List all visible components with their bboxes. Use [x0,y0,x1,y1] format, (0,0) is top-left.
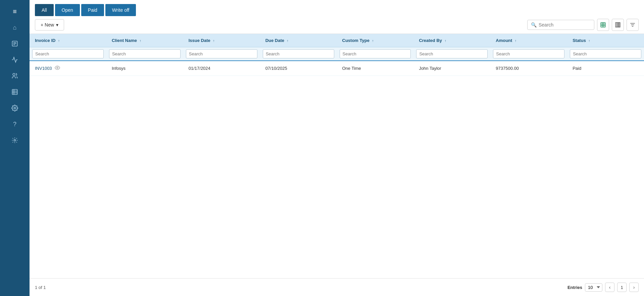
tab-writeoff[interactable]: Write off [105,4,136,16]
filter-button[interactable] [627,19,639,31]
sort-invoice-id-icon: ↑ [58,39,60,43]
search-invoice-id[interactable] [32,49,104,58]
search-icon: 🔍 [531,22,537,28]
chart-icon[interactable] [7,52,22,67]
sort-due-date-icon: ↑ [287,39,289,43]
svg-rect-16 [615,22,617,27]
search-cell-created-by [413,47,490,61]
search-amount[interactable] [493,49,564,58]
svg-rect-5 [12,90,17,95]
svg-point-4 [13,73,15,76]
sort-issue-date-icon: ↑ [213,39,214,43]
search-client-name[interactable] [109,49,181,58]
cell-invoice-id: INV1003 [30,61,106,76]
col-issue-date[interactable]: Issue Date ↑ [183,34,260,47]
cell-amount: 9737500.00 [490,61,567,76]
tab-open[interactable]: Open [55,4,80,16]
table-search-row [30,47,644,61]
toolbar: + New ▾ 🔍 [30,16,644,34]
sort-status-icon: ↑ [588,39,590,43]
plugin-icon[interactable] [7,133,22,148]
page-info: 1 of 1 [35,285,46,290]
search-cell-issue-date [183,47,260,61]
search-cell-due-date [260,47,337,61]
entries-label: Entries [567,285,582,290]
sidebar: ≡ ⌂ ? [0,0,30,296]
invoice-icon[interactable] [7,36,22,51]
search-cell-amount [490,47,567,61]
cell-due-date: 07/10/2025 [260,61,337,76]
table-container: Invoice ID ↑ Client Name ↑ Issue Date ↑ … [30,34,644,278]
search-custom-type[interactable] [340,49,411,58]
entries-select[interactable]: 10 25 50 100 [585,283,602,292]
table-body: INV1003 Infosys 01/17/2024 07/10/2025 On… [30,61,644,76]
sort-amount-icon: ↑ [515,39,516,43]
new-button[interactable]: + New ▾ [35,19,64,31]
invoice-id-link[interactable]: INV1003 [35,66,52,71]
global-search-box[interactable]: 🔍 [527,20,594,30]
sort-client-name-icon: ↑ [140,39,141,43]
toolbar-left: + New ▾ [35,19,64,31]
search-issue-date[interactable] [186,49,257,58]
pagination-right: Entries 10 25 50 100 ‹ 1 › [567,283,639,292]
pagination-bar: 1 of 1 Entries 10 25 50 100 ‹ 1 › [30,278,644,296]
home-icon[interactable]: ⌂ [7,20,22,35]
invoices-table: Invoice ID ↑ Client Name ↑ Issue Date ↑ … [30,34,644,76]
users-icon[interactable] [7,68,22,83]
col-due-date[interactable]: Due Date ↑ [260,34,337,47]
search-cell-custom-type [337,47,414,61]
menu-icon[interactable]: ≡ [7,4,22,19]
tabs-bar: All Open Paid Write off [30,0,644,16]
cell-created-by: John Taylor [413,61,490,76]
table-header-row: Invoice ID ↑ Client Name ↑ Issue Date ↑ … [30,34,644,47]
col-status[interactable]: Status ↑ [567,34,644,47]
columns-toggle-button[interactable] [612,19,624,31]
new-dropdown-icon: ▾ [56,22,58,28]
svg-point-9 [14,107,16,109]
table-icon[interactable] [7,85,22,99]
svg-rect-17 [617,22,619,27]
settings-icon[interactable] [7,101,22,115]
next-page-button[interactable]: › [629,283,639,292]
search-due-date[interactable] [263,49,334,58]
cell-custom-type: One Time [337,61,414,76]
prev-page-button[interactable]: ‹ [605,283,614,292]
tab-paid[interactable]: Paid [81,4,104,16]
current-page-number: 1 [617,283,627,292]
main-content: All Open Paid Write off + New ▾ 🔍 [30,0,644,296]
toolbar-right: 🔍 [527,19,639,31]
eye-icon[interactable] [55,65,60,71]
col-custom-type[interactable]: Custom Type ↑ [337,34,414,47]
search-cell-client-name [106,47,183,61]
search-status[interactable] [570,49,641,58]
col-created-by[interactable]: Created By ↑ [413,34,490,47]
search-cell-invoice-id [30,47,106,61]
col-amount[interactable]: Amount ↑ [490,34,567,47]
sort-created-by-icon: ↑ [445,39,446,43]
svg-rect-11 [601,22,605,27]
tab-all[interactable]: All [35,4,54,16]
sort-custom-type-icon: ↑ [372,39,374,43]
svg-rect-18 [619,22,620,27]
help-icon[interactable]: ? [7,117,22,132]
svg-point-10 [14,140,16,141]
col-invoice-id[interactable]: Invoice ID ↑ [30,34,106,47]
search-cell-status [567,47,644,61]
new-button-label: + New [41,22,54,28]
cell-client-name: Infosys [106,61,183,76]
export-excel-button[interactable] [597,19,609,31]
col-client-name[interactable]: Client Name ↑ [106,34,183,47]
search-created-by[interactable] [416,49,488,58]
cell-issue-date: 01/17/2024 [183,61,260,76]
cell-status: Paid [567,61,644,76]
table-row: INV1003 Infosys 01/17/2024 07/10/2025 On… [30,61,644,76]
svg-point-22 [57,67,58,68]
global-search-input[interactable] [539,22,591,28]
